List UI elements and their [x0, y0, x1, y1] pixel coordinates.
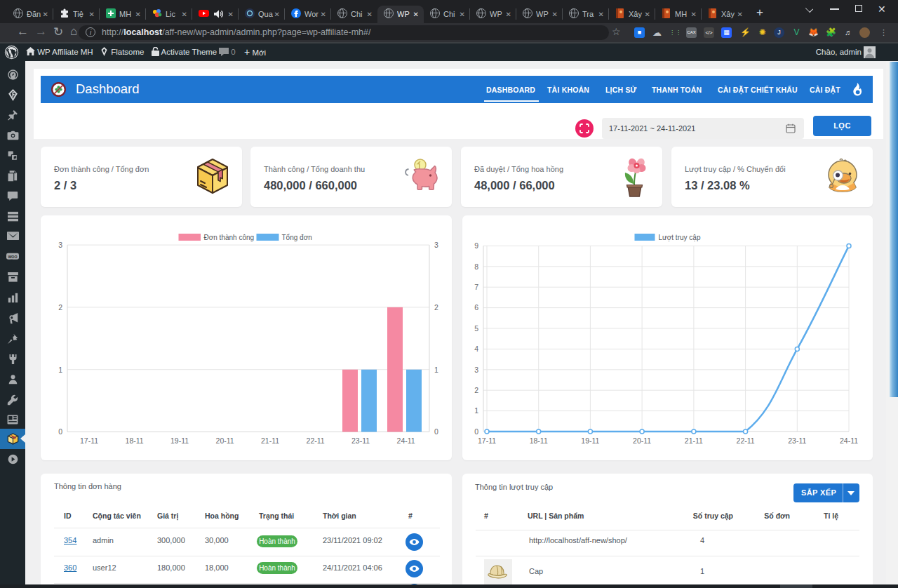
- svg-text:0: 0: [434, 427, 438, 436]
- svg-text:17-11: 17-11: [80, 436, 98, 445]
- svg-text:22-11: 22-11: [737, 436, 755, 445]
- svg-text:2: 2: [434, 303, 438, 312]
- svg-text:0: 0: [474, 427, 478, 436]
- svg-text:Tổng đơn: Tổng đơn: [282, 234, 312, 241]
- svg-text:18-11: 18-11: [530, 436, 548, 445]
- svg-text:18-11: 18-11: [126, 436, 144, 445]
- svg-text:3: 3: [434, 241, 438, 249]
- svg-text:4: 4: [474, 345, 478, 353]
- svg-text:19-11: 19-11: [170, 436, 189, 445]
- svg-text:1: 1: [434, 366, 438, 374]
- svg-text:1: 1: [58, 366, 62, 374]
- svg-text:5: 5: [474, 324, 478, 333]
- svg-text:20-11: 20-11: [633, 436, 651, 445]
- svg-text:19-11: 19-11: [581, 436, 599, 445]
- svg-text:8: 8: [474, 262, 478, 271]
- svg-text:20-11: 20-11: [216, 436, 234, 445]
- svg-text:9: 9: [474, 241, 478, 250]
- svg-text:2: 2: [58, 303, 62, 312]
- svg-text:21-11: 21-11: [685, 436, 703, 445]
- svg-text:17-11: 17-11: [478, 436, 496, 445]
- svg-text:23-11: 23-11: [788, 436, 806, 445]
- svg-text:24-11: 24-11: [840, 436, 858, 445]
- svg-text:Lượt truy cập: Lượt truy cập: [659, 234, 701, 241]
- svg-text:7: 7: [474, 283, 478, 291]
- svg-text:0: 0: [58, 427, 62, 436]
- svg-text:23-11: 23-11: [351, 436, 370, 445]
- svg-text:WOO: WOO: [8, 255, 17, 259]
- svg-text:22-11: 22-11: [307, 436, 325, 445]
- svg-text:Đơn thành công: Đơn thành công: [204, 234, 255, 241]
- svg-text:6: 6: [474, 303, 478, 312]
- svg-text:24-11: 24-11: [397, 436, 415, 445]
- svg-text:3: 3: [474, 366, 478, 374]
- svg-text:3: 3: [58, 241, 62, 249]
- svg-text:1: 1: [474, 406, 478, 415]
- svg-text:21-11: 21-11: [261, 436, 279, 445]
- svg-text:2: 2: [474, 386, 478, 394]
